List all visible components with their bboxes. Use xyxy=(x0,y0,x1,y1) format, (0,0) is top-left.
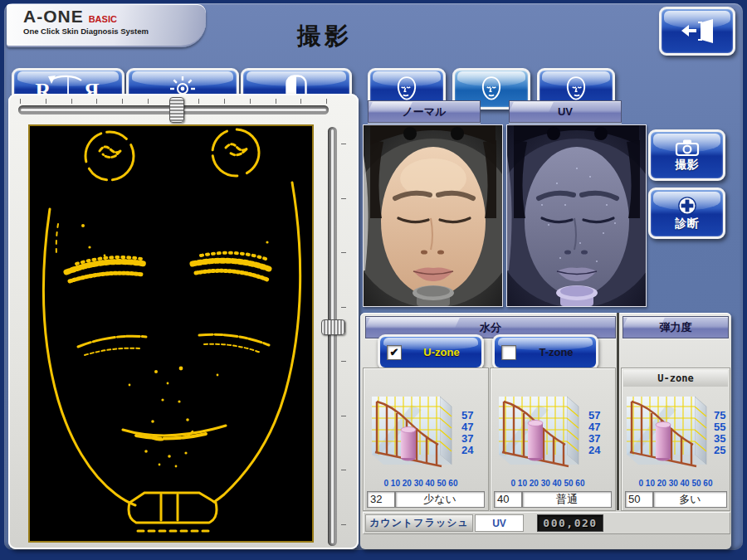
normal-photo-label-text: ノーマル xyxy=(403,105,447,119)
face-angle-right-icon xyxy=(565,75,587,102)
y-tick: 57 xyxy=(461,410,483,421)
flash-mode-value: UV xyxy=(475,514,524,532)
analysis-panel: 水分 弾力度 ✔ U-zone T-zone xyxy=(360,313,731,549)
uv-photo-label: UV xyxy=(509,100,622,123)
count-flash-bar: カウントフラッシュ UV 000,020 xyxy=(363,512,730,534)
y-tick: 37 xyxy=(588,433,610,445)
moisture-chart-1-plot xyxy=(367,392,460,476)
horizontal-slider-thumb[interactable] xyxy=(169,97,184,123)
y-tick: 47 xyxy=(588,421,610,433)
tab-moisture-label: 水分 xyxy=(480,320,501,335)
count-flash-label: カウントフラッシュ xyxy=(365,514,473,532)
y-tick: 24 xyxy=(461,445,483,456)
viewer-panel xyxy=(8,94,359,549)
moisture-chart-2: 57 47 37 24 0 10 20 30 40 50 60 40 普通 xyxy=(490,368,616,511)
y-tick: 25 xyxy=(714,445,735,456)
x-axis-ticks: 0 10 20 30 40 50 60 xyxy=(630,479,721,488)
assessment: 少ない xyxy=(395,491,485,508)
measured-value-cylinder xyxy=(401,427,416,461)
y-tick: 55 xyxy=(714,421,735,433)
u-zone-label: U-zone xyxy=(402,346,481,358)
measured-value: 50 xyxy=(625,491,653,508)
normal-face-photo xyxy=(363,124,503,307)
logo-title: A-ONE xyxy=(23,7,84,26)
camera-icon xyxy=(675,139,700,157)
measured-value-cylinder xyxy=(656,422,671,461)
normal-photo-label: ノーマル xyxy=(368,100,481,123)
logo-subtitle: One Click Skin Diagnosis System xyxy=(7,27,206,36)
face-angle-left-icon xyxy=(396,75,417,102)
y-tick: 57 xyxy=(588,410,610,421)
measured-value: 40 xyxy=(494,491,522,508)
logo-badge: BASIC xyxy=(89,14,117,24)
diagnose-button[interactable]: 診断 xyxy=(648,187,725,239)
x-axis-ticks: 0 10 20 30 40 50 60 xyxy=(502,479,593,488)
assessment: 普通 xyxy=(522,491,612,508)
uv-photo-label-text: UV xyxy=(558,105,573,118)
capture-button[interactable]: 撮影 xyxy=(648,129,725,181)
flash-counter-display: 000,020 xyxy=(537,514,603,532)
face-front-icon xyxy=(481,75,502,102)
elasticity-chart: U-zone xyxy=(621,368,730,511)
tab-elasticity[interactable]: 弾力度 xyxy=(622,316,729,338)
moisture-chart-2-plot xyxy=(494,392,587,476)
y-tick: 47 xyxy=(461,421,483,433)
application-window: A-ONEBASIC One Click Skin Diagnosis Syst… xyxy=(0,0,747,560)
measured-value-cylinder xyxy=(528,421,543,461)
x-axis-ticks: 0 10 20 30 40 50 60 xyxy=(375,479,466,488)
uv-face-photo xyxy=(506,124,647,307)
u-zone-toggle[interactable]: ✔ U-zone xyxy=(378,334,484,370)
y-tick: 35 xyxy=(714,433,735,445)
moisture-chart-1: 57 47 37 24 0 10 20 30 40 50 60 32 少ない xyxy=(363,368,489,511)
diagnose-button-label: 診断 xyxy=(676,217,699,231)
assessment: 多い xyxy=(653,491,727,508)
t-zone-toggle[interactable]: T-zone xyxy=(492,334,598,370)
y-tick: 37 xyxy=(461,433,483,445)
measured-value: 32 xyxy=(367,491,395,508)
exit-door-left-arrow-icon xyxy=(679,17,715,46)
u-zone-checkbox[interactable]: ✔ xyxy=(387,345,402,360)
edge-detection-preview xyxy=(28,124,314,543)
exit-button[interactable] xyxy=(659,7,735,56)
y-tick: 75 xyxy=(714,410,735,421)
edge-face-image xyxy=(30,126,312,541)
elasticity-chart-plot xyxy=(622,392,715,476)
section-divider xyxy=(617,313,620,510)
app-logo: A-ONEBASIC One Click Skin Diagnosis Syst… xyxy=(7,4,206,47)
u-zone-checkmark: ✔ xyxy=(390,347,399,358)
plus-cross-icon xyxy=(676,196,698,216)
vertical-slider-track[interactable] xyxy=(328,127,337,546)
t-zone-label: T-zone xyxy=(516,346,596,358)
tab-elasticity-label: 弾力度 xyxy=(660,320,692,335)
vertical-slider-ticks xyxy=(341,144,346,525)
page-title: 撮影 xyxy=(254,20,395,53)
t-zone-checkbox[interactable] xyxy=(501,345,516,360)
capture-button-label: 撮影 xyxy=(676,158,699,173)
elasticity-chart-title: U-zone xyxy=(623,370,728,387)
y-tick: 24 xyxy=(588,445,610,456)
